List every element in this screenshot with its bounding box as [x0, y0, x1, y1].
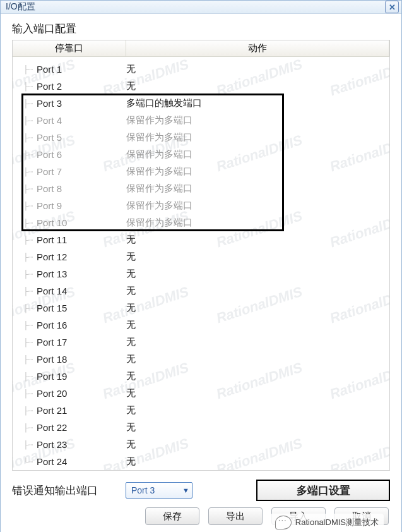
action-cell: 保留作为多端口: [126, 114, 389, 126]
table-row[interactable]: ├┈Port 15无: [13, 299, 389, 317]
chevron-down-icon: ▼: [182, 487, 189, 494]
table-row[interactable]: ├┈Port 22无: [13, 419, 389, 436]
action-cell: 无: [126, 285, 389, 297]
tree-connector-icon: ├┈: [13, 61, 35, 78]
port-cell: Port 19: [35, 371, 126, 382]
close-button[interactable]: ✕: [385, 1, 399, 13]
tree-connector-icon: ├┈: [13, 214, 35, 231]
section-label: 输入端口配置: [12, 21, 390, 36]
tree-connector-icon: ├┈: [13, 368, 35, 385]
port-cell: Port 2: [35, 81, 126, 92]
table-row[interactable]: ├┈Port 11无: [13, 231, 389, 248]
tree-connector-icon: ├┈: [13, 129, 35, 146]
tree-connector-icon: ├┈: [13, 402, 35, 419]
table-row[interactable]: ├┈Port 9保留作为多端口: [13, 197, 389, 214]
footer-row-1: 错误通知输出端口 Port 3 ▼ 多端口设置: [12, 477, 390, 504]
tree-connector-icon: ├┈: [13, 95, 35, 112]
tree-connector-icon: ├┈: [13, 265, 35, 282]
header-action[interactable]: 动作: [126, 40, 389, 56]
action-cell: 无: [126, 370, 389, 382]
export-button[interactable]: 导出: [208, 507, 263, 525]
cancel-button[interactable]: 取消: [334, 507, 389, 525]
header-port[interactable]: 停靠口: [13, 40, 126, 56]
close-icon: ✕: [389, 3, 396, 12]
tree-connector-icon: ├┈: [13, 112, 35, 129]
tree-connector-icon: ├┈: [13, 180, 35, 197]
port-cell: Port 7: [35, 166, 126, 177]
port-cell: Port 1: [35, 64, 126, 75]
tree-connector-icon: ├┈: [13, 197, 35, 214]
table-row[interactable]: └┈Port 24无: [13, 453, 389, 470]
table-row[interactable]: ├┈Port 10保留作为多端口: [13, 214, 389, 231]
port-cell: Port 17: [35, 337, 126, 348]
import-button[interactable]: 导入: [271, 507, 326, 525]
table-row[interactable]: ├┈Port 8保留作为多端口: [13, 180, 389, 197]
table-row[interactable]: ├┈Port 16无: [13, 317, 389, 334]
port-cell: Port 14: [35, 286, 126, 296]
port-cell: Port 21: [35, 405, 126, 416]
port-cell: Port 18: [35, 354, 126, 365]
table-row[interactable]: ├┈Port 20无: [13, 385, 389, 402]
action-cell: 无: [126, 404, 389, 416]
action-cell: 无: [126, 251, 389, 263]
table-row[interactable]: ├┈Port 5保留作为多端口: [13, 129, 389, 146]
multiport-settings-button[interactable]: 多端口设置: [256, 480, 390, 501]
error-port-value: Port 3: [131, 485, 182, 495]
tree-connector-icon: ├┈: [13, 317, 35, 334]
port-cell: Port 24: [35, 456, 126, 467]
port-cell: Port 10: [35, 217, 126, 228]
save-button[interactable]: 保存: [145, 507, 199, 525]
action-cell: 无: [126, 268, 389, 280]
error-port-label: 错误通知输出端口: [12, 483, 126, 498]
port-cell: Port 16: [35, 320, 126, 330]
table-row[interactable]: ├┈Port 23无: [13, 436, 389, 453]
action-cell: 无: [126, 319, 389, 331]
table-row[interactable]: ├┈Port 6保留作为多端口: [13, 146, 389, 163]
table-row[interactable]: ├┈Port 7保留作为多端口: [13, 163, 389, 180]
table-header: 停靠口 动作: [13, 40, 389, 57]
action-cell: 无: [126, 302, 389, 314]
action-cell: 无: [126, 63, 389, 75]
tree-connector-icon: ├┈: [13, 436, 35, 453]
action-cell: 保留作为多端口: [126, 183, 389, 195]
table-row[interactable]: ├┈Port 19无: [13, 368, 389, 385]
action-cell: 无: [126, 80, 389, 92]
action-cell: 保留作为多端口: [126, 200, 389, 212]
table-row[interactable]: ├┈Port 21无: [13, 402, 389, 419]
tree-connector-icon: ├┈: [13, 282, 35, 299]
action-cell: 无: [126, 234, 389, 246]
window-title: I/O配置: [6, 1, 385, 13]
port-table: 停靠口 动作 RationalDMISRationalDMISRationalD…: [12, 40, 390, 471]
tree-connector-icon: └┈: [13, 453, 35, 470]
table-row[interactable]: ├┈Port 2无: [13, 78, 389, 95]
table-row[interactable]: ├┈Port 4保留作为多端口: [13, 112, 389, 129]
tree-connector-icon: ├┈: [13, 334, 35, 351]
port-cell: Port 12: [35, 251, 126, 262]
port-cell: Port 9: [35, 200, 126, 211]
table-row[interactable]: ├┈Port 12无: [13, 248, 389, 265]
action-cell: 无: [126, 438, 389, 450]
tree-connector-icon: ├┈: [13, 299, 35, 317]
table-row[interactable]: ├┈Port 17无: [13, 334, 389, 351]
table-row[interactable]: ├┈Port 3多端口的触发端口: [13, 95, 389, 112]
port-cell: Port 8: [35, 183, 126, 194]
table-row[interactable]: ├┈Port 1无: [13, 61, 389, 78]
error-port-combo[interactable]: Port 3 ▼: [126, 482, 192, 499]
tree-connector-icon: ├┈: [13, 351, 35, 368]
action-cell: 无: [126, 387, 389, 399]
io-config-window: I/O配置 ✕ 输入端口配置 停靠口 动作 RationalDMISRation…: [0, 0, 402, 532]
tree-connector-icon: ├┈: [13, 385, 35, 402]
tree-connector-icon: ├┈: [13, 419, 35, 436]
action-cell: 无: [126, 456, 389, 468]
table-row[interactable]: ├┈Port 13无: [13, 265, 389, 282]
port-cell: Port 3: [35, 98, 126, 109]
port-cell: Port 22: [35, 422, 126, 433]
port-cell: Port 11: [35, 234, 126, 245]
table-row[interactable]: ├┈Port 18无: [13, 351, 389, 368]
action-cell: 保留作为多端口: [126, 148, 389, 160]
table-row[interactable]: ├┈Port 14无: [13, 282, 389, 299]
tree-connector-icon: ├┈: [13, 248, 35, 265]
port-cell: Port 6: [35, 149, 126, 160]
table-body: RationalDMISRationalDMISRationalDMISRati…: [13, 57, 389, 470]
footer-row-2: 保存 导出 导入 取消: [12, 504, 390, 529]
